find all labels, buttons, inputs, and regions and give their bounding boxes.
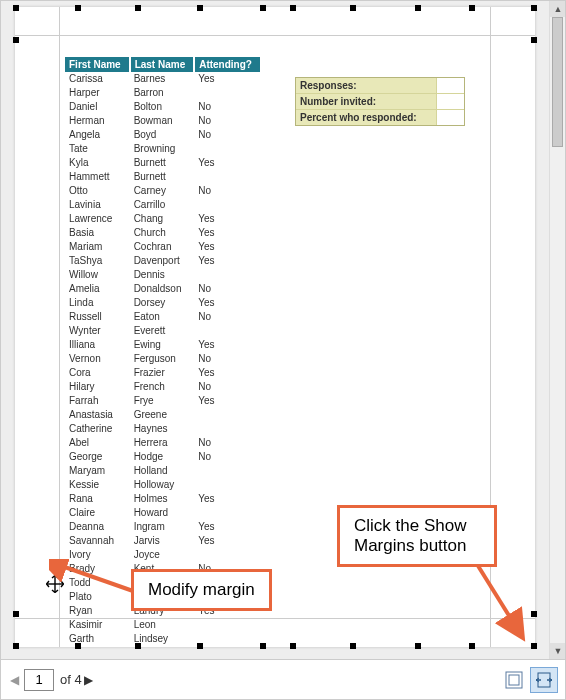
table-cell: Herman bbox=[65, 114, 130, 128]
table-row: LaviniaCarrillo bbox=[65, 198, 260, 212]
margin-handle[interactable] bbox=[469, 5, 475, 11]
margin-handle[interactable] bbox=[290, 643, 296, 649]
callout-text: Click the Show Margins button bbox=[354, 516, 466, 555]
table-cell bbox=[194, 618, 260, 632]
table-cell bbox=[194, 268, 260, 282]
margin-handle[interactable] bbox=[531, 5, 537, 11]
page-number-input[interactable] bbox=[24, 669, 54, 691]
table-row: HammettBurnett bbox=[65, 170, 260, 184]
margin-handle[interactable] bbox=[197, 5, 203, 11]
margin-handle[interactable] bbox=[350, 643, 356, 649]
table-cell: Dorsey bbox=[130, 296, 195, 310]
margin-handle[interactable] bbox=[260, 643, 266, 649]
margin-handle[interactable] bbox=[415, 5, 421, 11]
table-cell: Jarvis bbox=[130, 534, 195, 548]
margin-handle[interactable] bbox=[13, 611, 19, 617]
table-cell: Bolton bbox=[130, 100, 195, 114]
table-row: HarperBarron bbox=[65, 86, 260, 100]
table-cell: Joyce bbox=[130, 548, 195, 562]
table-cell: Yes bbox=[194, 212, 260, 226]
table-row: IllianaEwingYes bbox=[65, 338, 260, 352]
prev-page-button[interactable]: ◀ bbox=[7, 665, 21, 695]
margin-handle[interactable] bbox=[415, 643, 421, 649]
margin-handle[interactable] bbox=[13, 5, 19, 11]
svg-line-5 bbox=[475, 561, 521, 635]
table-row: VernonFergusonNo bbox=[65, 352, 260, 366]
table-cell: George bbox=[65, 450, 130, 464]
margin-handle[interactable] bbox=[260, 5, 266, 11]
table-cell: Lawrence bbox=[65, 212, 130, 226]
summary-value bbox=[436, 110, 464, 125]
callout-text: Modify margin bbox=[148, 580, 255, 599]
show-margins-button[interactable] bbox=[500, 667, 528, 693]
table-cell: Barron bbox=[130, 86, 195, 100]
table-cell: Howard bbox=[130, 506, 195, 520]
summary-label: Responses: bbox=[296, 78, 436, 94]
scroll-up-button[interactable]: ▲ bbox=[550, 1, 566, 17]
vertical-scrollbar[interactable]: ▲ ▼ bbox=[549, 1, 565, 659]
table-cell: Dennis bbox=[130, 268, 195, 282]
table-row: RussellEatonNo bbox=[65, 310, 260, 324]
margin-handle[interactable] bbox=[290, 5, 296, 11]
table-header: First Name bbox=[65, 57, 130, 72]
table-cell: No bbox=[194, 436, 260, 450]
table-cell bbox=[194, 142, 260, 156]
margin-handle[interactable] bbox=[13, 37, 19, 43]
table-cell: Lavinia bbox=[65, 198, 130, 212]
table-row: LindaDorseyYes bbox=[65, 296, 260, 310]
table-cell: Holmes bbox=[130, 492, 195, 506]
arrow-to-margin bbox=[49, 559, 139, 609]
table-cell: Yes bbox=[194, 254, 260, 268]
table-row: AmeliaDonaldsonNo bbox=[65, 282, 260, 296]
print-preview-viewport: First NameLast NameAttending? CarissaBar… bbox=[1, 1, 549, 659]
callout-modify-margin: Modify margin bbox=[131, 569, 272, 611]
table-cell: Rana bbox=[65, 492, 130, 506]
table-row: WillowDennis bbox=[65, 268, 260, 282]
table-cell: Yes bbox=[194, 338, 260, 352]
page-total-label: of 4 bbox=[60, 672, 82, 687]
table-row: MariamCochranYes bbox=[65, 240, 260, 254]
margin-handle[interactable] bbox=[531, 37, 537, 43]
table-row: GeorgeHodgeNo bbox=[65, 450, 260, 464]
table-cell: Haynes bbox=[130, 422, 195, 436]
table-cell: Maryam bbox=[65, 464, 130, 478]
table-row: CarissaBarnesYes bbox=[65, 72, 260, 86]
table-cell: Abel bbox=[65, 436, 130, 450]
table-row: DanielBoltonNo bbox=[65, 100, 260, 114]
table-cell: Vernon bbox=[65, 352, 130, 366]
table-cell: No bbox=[194, 100, 260, 114]
scroll-down-button[interactable]: ▼ bbox=[550, 643, 566, 659]
table-cell: French bbox=[130, 380, 195, 394]
table-cell bbox=[194, 506, 260, 520]
summary-value bbox=[436, 78, 464, 94]
svg-rect-6 bbox=[506, 672, 522, 688]
table-cell: Carney bbox=[130, 184, 195, 198]
table-row: ClaireHoward bbox=[65, 506, 260, 520]
scroll-track[interactable] bbox=[550, 17, 565, 643]
table-cell: Everett bbox=[130, 324, 195, 338]
next-page-button[interactable]: ▶ bbox=[82, 665, 96, 695]
margin-line-top[interactable] bbox=[15, 35, 535, 36]
margin-handle[interactable] bbox=[135, 5, 141, 11]
margin-handle[interactable] bbox=[75, 5, 81, 11]
summary-box: Responses:Number invited:Percent who res… bbox=[295, 77, 465, 126]
margin-handle[interactable] bbox=[13, 643, 19, 649]
table-cell: Claire bbox=[65, 506, 130, 520]
margin-line-left[interactable] bbox=[59, 7, 60, 647]
summary-row: Percent who responded: bbox=[296, 110, 464, 125]
margin-handle[interactable] bbox=[350, 5, 356, 11]
table-cell: Hammett bbox=[65, 170, 130, 184]
table-cell: Church bbox=[130, 226, 195, 240]
table-cell: TaShya bbox=[65, 254, 130, 268]
table-cell: Frazier bbox=[130, 366, 195, 380]
zoom-to-page-button[interactable] bbox=[530, 667, 558, 693]
table-cell: Amelia bbox=[65, 282, 130, 296]
table-row: DeannaIngramYes bbox=[65, 520, 260, 534]
table-cell: Garth bbox=[65, 632, 130, 646]
table-cell: Bowman bbox=[130, 114, 195, 128]
table-cell bbox=[194, 324, 260, 338]
table-cell: Tate bbox=[65, 142, 130, 156]
scroll-thumb[interactable] bbox=[552, 17, 563, 147]
table-row: WynterEverett bbox=[65, 324, 260, 338]
table-cell: Carrillo bbox=[130, 198, 195, 212]
